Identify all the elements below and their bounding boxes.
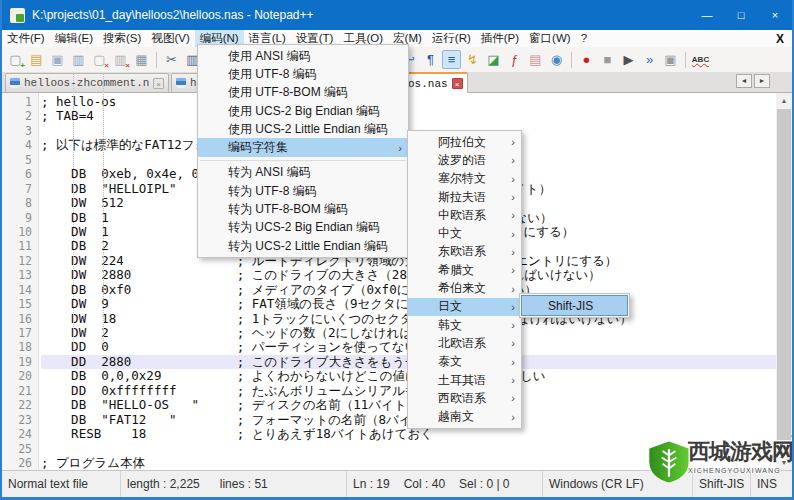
minimize-button[interactable]: — [690, 0, 724, 30]
watermark: 西城游戏网 XICHENGYOUXIWANG ˇ [646, 437, 794, 484]
menu-item-阿拉伯文[interactable]: 阿拉伯文› [408, 133, 521, 151]
submenu-arrow-icon: › [501, 337, 515, 349]
user-defined-dialog-icon[interactable]: ↯ [463, 50, 482, 69]
menubar-item[interactable]: 运行(R) [427, 30, 476, 47]
menu-item-Shift-JIS[interactable]: Shift-JIS [521, 295, 628, 316]
menu-item-北欧语系[interactable]: 北欧语系› [408, 334, 521, 352]
menubar-item[interactable]: 插件(P) [476, 30, 524, 47]
save-all-icon[interactable]: ▥ [69, 50, 88, 69]
scroll-up-arrow[interactable]: ▲ [776, 93, 792, 108]
status-cursor-position: Ln : 19 Col : 40 Sel : 0 | 0 [346, 471, 542, 497]
menu-item-中文[interactable]: 中文› [408, 224, 521, 242]
tab-scroll-right-button[interactable]: ► [754, 74, 770, 88]
spell-check-icon[interactable]: ABC [691, 50, 710, 69]
run-macro-multiple-icon[interactable]: » [640, 50, 659, 69]
line-number: 10 [2, 225, 41, 239]
menubar-item[interactable]: 窗口(W) [524, 30, 576, 47]
title-bar: K:\projects\01_day\helloos2\helloos.nas … [2, 0, 792, 30]
indent-guide-icon[interactable]: ≡ [442, 50, 461, 69]
document-map-icon[interactable]: ◉ [547, 50, 566, 69]
editor-line[interactable]: 15 DW 9 ; FAT領域の長さ（9セクタにしなければいけない） [2, 297, 776, 311]
save-macro-icon[interactable]: ▣ [661, 50, 680, 69]
editor-line[interactable]: 14 DB 0xf0 ; メディアのタイプ（0xf0にしなければいけない） [2, 283, 776, 297]
close-file-icon[interactable]: ▢× [90, 50, 109, 69]
print-icon[interactable]: ▦ [132, 50, 151, 69]
menu-item-西欧语系[interactable]: 西欧语系› [408, 389, 521, 407]
tab-helloos-zhcomment.nas[interactable]: helloos-zhcomment.nas× [5, 73, 169, 92]
editor-line[interactable]: 16 DW 18 ; 1トラックにいくつのセクタがあるか（18にしなければいけな… [2, 312, 776, 326]
menubar-item[interactable]: 搜索(S) [98, 30, 146, 47]
encoding-menu: 使用 ANSI 编码使用 UTF-8 编码使用 UTF-8-BOM 编码使用 U… [197, 44, 409, 258]
editor-line[interactable]: 22 DB "HELLO-OS " ; ディスクの名前（11バイト） [2, 398, 776, 412]
menu-item-日文[interactable]: 日文› [408, 298, 521, 316]
tab-label: helloos-zhcomment.nas [24, 77, 149, 89]
show-all-chars-icon[interactable]: ¶ [421, 50, 440, 69]
menubar-item[interactable]: 编辑(E) [50, 30, 98, 47]
editor-line[interactable]: 17 DW 2 ; ヘッドの数（2にしなければいけない） [2, 326, 776, 340]
menu-item-波罗的语[interactable]: 波罗的语› [408, 151, 521, 169]
document-monitor-icon[interactable]: ◪ [484, 50, 503, 69]
editor-line[interactable]: 21 DD 0xffffffff ; たぶんボリュームシリアル番号 [2, 384, 776, 398]
line-number: 9 [2, 211, 41, 225]
new-file-icon[interactable]: ▢+ [6, 50, 25, 69]
line-number: 13 [2, 268, 41, 282]
maximize-button[interactable]: □ [724, 0, 758, 30]
save-icon[interactable]: ▣ [48, 50, 67, 69]
menu-item-转为 UTF-8 编码[interactable]: 转为 UTF-8 编码 [198, 182, 408, 200]
menu-item-塞尔特文[interactable]: 塞尔特文› [408, 170, 521, 188]
editor-line[interactable]: 23 DB "FAT12 " ; フォーマットの名前（8バイト） [2, 413, 776, 427]
menu-item-使用 UCS-2 Little Endian 编码[interactable]: 使用 UCS-2 Little Endian 编码 [198, 120, 408, 138]
play-macro-icon[interactable]: ▶ [619, 50, 638, 69]
menu-item-使用 UCS-2 Big Endian 编码[interactable]: 使用 UCS-2 Big Endian 编码 [198, 102, 408, 120]
menu-item-越南文[interactable]: 越南文› [408, 407, 521, 425]
folder-as-workspace-icon[interactable]: ▤ [526, 50, 545, 69]
tab-close-icon[interactable]: × [452, 78, 463, 89]
line-number: 14 [2, 283, 41, 297]
scrollbar-thumb[interactable] [777, 109, 791, 446]
tab-close-icon[interactable]: × [153, 78, 164, 89]
editor-line[interactable]: 18 DD 0 ; パーティションを使ってないのでここは必ず0 [2, 340, 776, 354]
cut-icon[interactable]: ✂ [162, 50, 181, 69]
menu-item-泰文[interactable]: 泰文› [408, 353, 521, 371]
menu-item-转为 UCS-2 Big Endian 编码[interactable]: 转为 UCS-2 Big Endian 编码 [198, 219, 408, 237]
indent-guide-line [103, 73, 104, 347]
file-icon [10, 78, 20, 88]
window-title: K:\projects\01_day\helloos2\helloos.nas … [32, 8, 314, 22]
close-document-x[interactable]: X [776, 32, 784, 46]
menu-item-转为 UCS-2 Little Endian 编码[interactable]: 转为 UCS-2 Little Endian 编码 [198, 237, 408, 255]
close-all-icon[interactable]: ▥× [111, 50, 130, 69]
menu-item-韩文[interactable]: 韩文› [408, 316, 521, 334]
close-button[interactable]: × [758, 0, 792, 30]
record-macro-icon[interactable]: ● [577, 50, 596, 69]
menu-item-土耳其语[interactable]: 土耳其语› [408, 371, 521, 389]
submenu-arrow-icon: › [388, 142, 402, 154]
watermark-subtitle: XICHENGYOUXIWANG [688, 467, 793, 474]
charset-submenu: 阿拉伯文›波罗的语›塞尔特文›斯拉夫语›中欧语系›中文›东欧语系›希腊文›希伯来… [407, 130, 522, 429]
menu-item-斯拉夫语[interactable]: 斯拉夫语› [408, 188, 521, 206]
line-number: 21 [2, 384, 41, 398]
stop-macro-icon[interactable]: ■ [598, 50, 617, 69]
watermark-title: 西城游戏网 [688, 437, 793, 467]
menubar-item[interactable]: 文件(F) [2, 30, 50, 47]
menu-item-希伯来文[interactable]: 希伯来文› [408, 279, 521, 297]
editor-line[interactable]: 13 DW 2880 ; このドライブの大きさ（2880セクタにしなければいけな… [2, 268, 776, 282]
submenu-arrow-icon: › [501, 283, 515, 295]
menubar-item[interactable]: 视图(V) [146, 30, 194, 47]
editor-line[interactable]: 19 DD 2880 ; このドライブ大きさをもう一度書く [2, 355, 776, 369]
open-file-icon[interactable]: ▤ [27, 50, 46, 69]
editor-line[interactable]: 20 DB 0,0,0x29 ; よくわからないけどこの値にしておくといいらしい [2, 369, 776, 383]
menu-item-希腊文[interactable]: 希腊文› [408, 261, 521, 279]
menu-item-转为 UTF-8-BOM 编码[interactable]: 转为 UTF-8-BOM 编码 [198, 200, 408, 218]
menu-item-使用 ANSI 编码[interactable]: 使用 ANSI 编码 [198, 47, 408, 65]
tab-scroll-left-button[interactable]: ◄ [736, 74, 752, 88]
vertical-scrollbar[interactable]: ▲ ▼ [776, 93, 792, 470]
menu-item-使用 UTF-8 编码[interactable]: 使用 UTF-8 编码 [198, 65, 408, 83]
line-number: 12 [2, 254, 41, 268]
menubar-item[interactable]: ? [576, 30, 592, 47]
menu-item-中欧语系[interactable]: 中欧语系› [408, 206, 521, 224]
menu-item-编码字符集[interactable]: 编码字符集› [198, 138, 408, 156]
menu-item-转为 ANSI 编码[interactable]: 转为 ANSI 编码 [198, 164, 408, 182]
function-list-icon[interactable]: ƒ [505, 50, 524, 69]
menu-item-东欧语系[interactable]: 东欧语系› [408, 243, 521, 261]
menu-item-使用 UTF-8-BOM 编码[interactable]: 使用 UTF-8-BOM 编码 [198, 84, 408, 102]
